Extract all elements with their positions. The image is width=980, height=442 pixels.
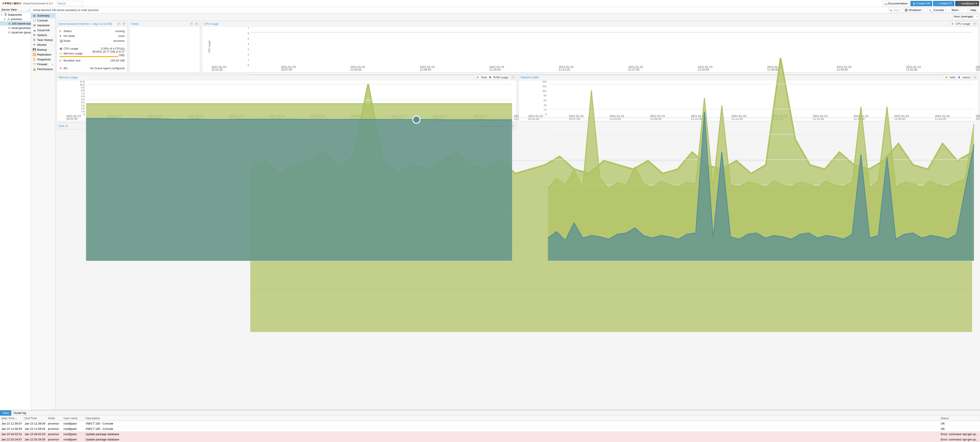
summary-icon: ▤: [33, 14, 36, 17]
cpu-panel-title: CPU usage: [204, 22, 218, 25]
timerange-select[interactable]: Hour (average) ▾: [952, 14, 979, 19]
sidelist-item-firewall[interactable]: 🛡Firewall▸: [31, 62, 55, 67]
chevron-down-icon: ▾: [959, 9, 961, 11]
refresh-icon[interactable]: ⟳: [117, 22, 121, 26]
left-panel: Server View ▾ ▾ 🗄 Datacenter ▾ 🖧 proxmox…: [0, 7, 31, 410]
sidelist-item-label: Replication: [37, 53, 51, 56]
sidelist-item-label: Options: [37, 33, 47, 37]
task-row[interactable]: Jan 22 03:34:57Jan 22 03:34:59proxmoxroo…: [0, 437, 980, 442]
taskhistory-icon: ☰: [33, 38, 36, 41]
center-header: Virtual Machine 100 (home-assistant) on …: [31, 7, 980, 13]
memory-panel-title: Memory usage: [59, 76, 78, 79]
tree-node[interactable]: ▾ 🖧 proxmox: [0, 17, 31, 21]
tree-datacenter[interactable]: ▾ 🗄 Datacenter: [0, 13, 31, 17]
desktop-icon: 🖥: [912, 2, 916, 5]
create-vm-button[interactable]: 🖥 Create VM: [910, 1, 932, 6]
sidelist-item-snapshots[interactable]: 📜Snapshots: [31, 57, 55, 62]
sidelist-item-hardware[interactable]: 🖳Hardware: [31, 23, 55, 28]
network-traffic-panel: Network traffic netin netout ⟲ 02 k4 k6 …: [519, 74, 979, 121]
reset-icon[interactable]: ⟲: [973, 22, 977, 26]
sidelist-item-label: Cloud-Init: [37, 29, 49, 32]
sidelist-item-permissions[interactable]: 🔓Permissions: [31, 67, 55, 72]
play-icon: ▶: [890, 8, 892, 12]
bottom-panel: Tasks Cluster log Start Time ↓ End Time …: [0, 410, 980, 442]
start-button[interactable]: ▶ Start: [888, 8, 901, 13]
tree-storage-lvm[interactable]: 🗃 local-lvm (proxmox): [0, 30, 31, 35]
task-row[interactable]: Jan 23 04:02:01Jan 23 04:02:03proxmoxroo…: [0, 432, 980, 437]
notes-body[interactable]: [129, 27, 200, 72]
gear-icon[interactable]: ⚙: [195, 22, 198, 26]
console-button[interactable]: >_ Console ▾: [927, 8, 948, 13]
cube-icon: ⬚: [935, 2, 938, 5]
sidelist-item-taskhistory[interactable]: ☰Task History: [31, 38, 55, 43]
backup-icon: 💾: [33, 48, 36, 51]
edit-icon[interactable]: ⟳: [190, 22, 193, 26]
cpu-chart: 01234567CPU usage2021-01-2310:51:002021-…: [204, 28, 977, 72]
tab-cluster-log[interactable]: Cluster log: [11, 410, 28, 416]
microchip-icon: ▦: [60, 47, 64, 50]
memory-chart: 01 G2 G3 G4 G5 G6 G7 G8 G9 G10 G11 G2021…: [59, 81, 515, 121]
heartbeat-icon: ♥: [60, 34, 64, 38]
server-view-selector[interactable]: Server View ▾: [0, 7, 31, 13]
snapshots-icon: 📜: [33, 58, 36, 61]
task-row[interactable]: Jan 23 11:59:07Jan 23 11:59:09proxmoxroo…: [0, 421, 980, 426]
shutdown-button[interactable]: ⏻ Shutdown ▾: [903, 8, 926, 13]
documentation-button[interactable]: 📖 Documentation: [882, 1, 910, 6]
user-menu-button[interactable]: 👤 root@pam ▾: [955, 1, 979, 6]
network-chart: 02 k4 k6 k8 k10 k12 k14 k2021-01-2310:51…: [520, 81, 977, 121]
sidelist-item-backup[interactable]: 💾Backup: [31, 48, 55, 52]
building-icon: 🏢: [60, 39, 64, 43]
info-icon: ℹ: [60, 29, 64, 33]
vm-sidelist: ▤Summary🖵Console🖳Hardware☁Cloud-Init⚙Opt…: [31, 13, 56, 410]
more-button[interactable]: More ▾: [950, 8, 963, 13]
chevron-down-icon: ▾: [923, 9, 924, 11]
server-icon: 🗄: [4, 13, 7, 16]
power-icon: ⏻: [905, 8, 908, 12]
sort-down-icon: ↓: [15, 417, 17, 420]
network-icon: ⇆: [60, 67, 64, 70]
sidelist-item-replication[interactable]: 🔁Replication: [31, 52, 55, 57]
sidelist-item-label: Task History: [37, 38, 53, 41]
col-status[interactable]: Status: [939, 416, 980, 421]
create-ct-button[interactable]: ⬚ Create CT: [933, 1, 954, 6]
task-row[interactable]: Jan 23 11:58:59Jan 23 11:59:04proxmoxroo…: [0, 426, 980, 432]
hdd-icon: ⌼: [60, 59, 64, 62]
resource-tree: ▾ 🗄 Datacenter ▾ 🖧 proxmox 🖥 100 (home-a…: [0, 13, 31, 410]
terminal-icon: >_: [929, 8, 932, 12]
sidelist-item-label: Summary: [37, 14, 49, 17]
legend-dot-icon: [951, 23, 953, 25]
tab-tasks[interactable]: Tasks: [0, 410, 11, 416]
cloudinit-icon: ☁: [33, 29, 36, 32]
col-description[interactable]: Description: [84, 416, 939, 421]
help-button[interactable]: ❔ Help: [964, 8, 978, 13]
search-input[interactable]: [56, 1, 83, 6]
notes-panel-title: Notes: [131, 22, 139, 25]
sidelist-item-label: Permissions: [37, 68, 53, 71]
desktop-icon: 🖥: [8, 22, 11, 25]
col-user[interactable]: User name: [62, 416, 84, 421]
col-start-time[interactable]: Start Time ↓: [0, 416, 23, 421]
sidelist-item-console[interactable]: 🖵Console: [31, 18, 55, 23]
chevron-down-icon: ▾: [976, 16, 977, 18]
firewall-icon: 🛡: [33, 63, 36, 66]
sidelist-item-options[interactable]: ⚙Options: [31, 33, 55, 38]
sidelist-item-label: Snapshots: [37, 58, 51, 61]
tree-storage-local[interactable]: 🗃 local (proxmox): [0, 26, 31, 30]
sidelist-item-label: Console: [37, 19, 48, 22]
col-node[interactable]: Node: [47, 416, 62, 421]
replication-icon: 🔁: [33, 53, 36, 56]
tree-vm-100[interactable]: 🖥 100 (home-assistant): [0, 21, 31, 26]
brand-logo: ✖ PRO X MO ✖ Virtual Environment 6.3-2: [1, 2, 54, 5]
summary-content: Hour (average) ▾ home-assistant (Uptime:…: [56, 13, 980, 410]
col-end-time[interactable]: End Time: [23, 416, 46, 421]
hardware-icon: 🖳: [33, 24, 36, 27]
gear-icon[interactable]: ⚙: [122, 22, 126, 26]
book-icon: 📖: [885, 2, 888, 5]
topbar: ✖ PRO X MO ✖ Virtual Environment 6.3-2 📖…: [0, 0, 980, 7]
chevron-down-icon: ▾: [975, 2, 977, 5]
sidelist-item-cloudinit[interactable]: ☁Cloud-Init: [31, 28, 55, 33]
svg-point-20: [413, 116, 420, 123]
user-icon: 👤: [957, 2, 960, 5]
sidelist-item-monitor[interactable]: 👁Monitor: [31, 43, 55, 48]
sidelist-item-summary[interactable]: ▤Summary: [31, 13, 55, 18]
